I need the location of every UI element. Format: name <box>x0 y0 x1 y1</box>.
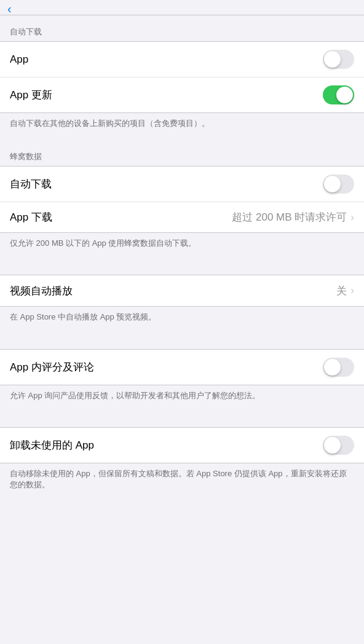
chevron-icon-video-autoplay: › <box>350 285 354 297</box>
section-ratings: App 内评分及评论允许 App 询问产品使用反馈，以帮助开发者和其他用户了解您… <box>0 334 364 412</box>
section-cellular: 蜂窝数据自动下载App 下载超过 200 MB 时请求许可›仅允许 200 MB… <box>0 140 364 260</box>
section-video: 视频自动播放关›在 App Store 中自动播放 App 预览视频。 <box>0 260 364 334</box>
cell-group-offload: 卸载未使用的 App <box>0 427 364 463</box>
cell-app-download[interactable]: App 下载超过 200 MB 时请求许可› <box>0 202 364 232</box>
section-footer-ratings: 允许 App 询问产品使用反馈，以帮助开发者和其他用户了解您的想法。 <box>0 385 364 412</box>
toggle-knob-in-app-ratings <box>324 359 341 375</box>
cell-label-offload-apps: 卸载未使用的 App <box>10 438 323 452</box>
cell-value-video-autoplay: 关 <box>336 284 347 298</box>
toggle-offload-apps[interactable] <box>323 436 354 455</box>
cell-video-autoplay[interactable]: 视频自动播放关› <box>0 275 364 306</box>
cell-group-auto-download: AppApp 更新 <box>0 41 364 113</box>
section-footer-offload: 自动移除未使用的 App，但保留所有文稿和数据。若 App Store 仍提供该… <box>0 463 364 501</box>
section-header-cellular: 蜂窝数据 <box>0 140 364 166</box>
chevron-icon-app-download: › <box>350 211 354 224</box>
cell-app-update[interactable]: App 更新 <box>0 77 364 112</box>
cell-group-cellular: 自动下载App 下载超过 200 MB 时请求许可› <box>0 166 364 233</box>
cell-in-app-ratings[interactable]: App 内评分及评论 <box>0 350 364 385</box>
cell-label-video-autoplay: 视频自动播放 <box>10 284 336 298</box>
cell-app[interactable]: App <box>0 42 364 77</box>
cell-label-in-app-ratings: App 内评分及评论 <box>10 360 323 374</box>
cell-label-app-update: App 更新 <box>10 88 323 102</box>
toggle-knob-app <box>324 51 341 68</box>
toggle-in-app-ratings[interactable] <box>323 358 354 377</box>
cell-label-auto-download-cell: 自动下载 <box>10 177 323 191</box>
cell-auto-download-cell[interactable]: 自动下载 <box>0 167 364 202</box>
toggle-knob-offload-apps <box>324 437 341 454</box>
section-auto-download: 自动下载AppApp 更新自动下载在其他的设备上新购买的项目（含免费项目）。 <box>0 15 364 140</box>
toggle-app[interactable] <box>323 50 354 69</box>
cell-group-ratings: App 内评分及评论 <box>0 349 364 385</box>
cell-label-app: App <box>10 53 323 66</box>
section-footer-cellular: 仅允许 200 MB 以下的 App 使用蜂窝数据自动下载。 <box>0 233 364 260</box>
toggle-app-update[interactable] <box>323 85 354 104</box>
section-footer-video: 在 App Store 中自动播放 App 预览视频。 <box>0 307 364 334</box>
cell-offload-apps[interactable]: 卸载未使用的 App <box>0 428 364 463</box>
cell-value-app-download: 超过 200 MB 时请求许可 <box>232 210 347 224</box>
cell-group-video: 视频自动播放关› <box>0 275 364 307</box>
toggle-auto-download-cell[interactable] <box>323 175 354 194</box>
cell-label-app-download: App 下载 <box>10 210 232 224</box>
header: ‹ <box>0 0 364 15</box>
section-footer-auto-download: 自动下载在其他的设备上新购买的项目（含免费项目）。 <box>0 113 364 140</box>
back-button[interactable]: ‹ <box>7 3 14 15</box>
section-header-auto-download: 自动下载 <box>0 15 364 41</box>
back-chevron-icon: ‹ <box>7 2 12 15</box>
toggle-knob-app-update <box>336 87 353 103</box>
section-offload: 卸载未使用的 App自动移除未使用的 App，但保留所有文稿和数据。若 App … <box>0 412 364 501</box>
toggle-knob-auto-download-cell <box>324 176 341 192</box>
